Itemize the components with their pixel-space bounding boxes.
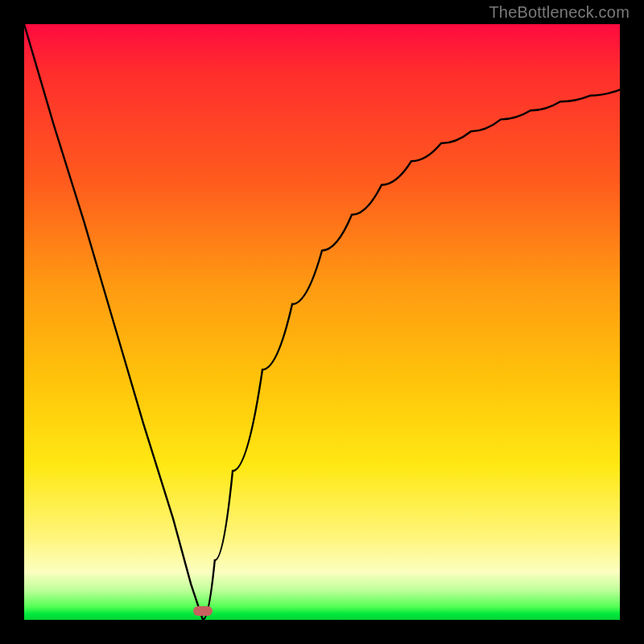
optimum-marker	[193, 606, 213, 616]
chart-root: TheBottleneck.com	[0, 0, 644, 644]
plot-area	[24, 24, 620, 620]
bottleneck-curve	[24, 24, 620, 620]
watermark-text: TheBottleneck.com	[489, 3, 630, 22]
curve-path	[24, 24, 620, 620]
